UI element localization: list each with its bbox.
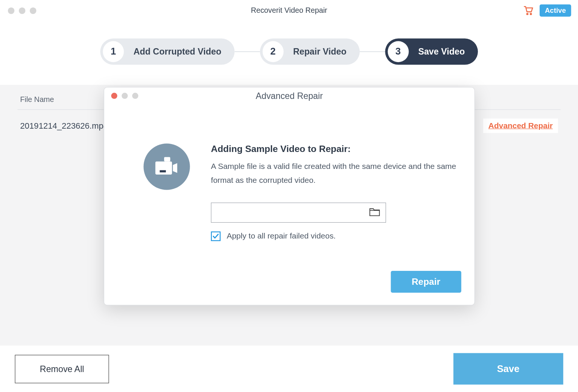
svg-rect-2: [155, 161, 172, 175]
modal-window-controls: [104, 93, 138, 99]
modal-title: Advanced Repair: [256, 91, 323, 101]
advanced-repair-modal: Advanced Repair Adding Sample Video to R…: [104, 87, 475, 305]
step-label: Repair Video: [293, 47, 347, 57]
minimize-modal-icon[interactable]: [122, 93, 128, 99]
repair-button[interactable]: Repair: [391, 271, 461, 293]
active-button[interactable]: Active: [540, 5, 571, 17]
apply-all-label: Apply to all repair failed videos.: [227, 232, 336, 241]
maximize-window-icon[interactable]: [30, 7, 36, 14]
step-connector: [360, 51, 385, 52]
stepper: 1 Add Corrupted Video 2 Repair Video 3 S…: [0, 21, 578, 82]
svg-point-1: [530, 14, 531, 15]
window-controls: [0, 7, 37, 14]
folder-icon[interactable]: [369, 207, 380, 218]
app-title: Recoverit Video Repair: [251, 6, 327, 15]
sample-file-input[interactable]: [211, 202, 386, 222]
step-number: 2: [262, 41, 283, 62]
step-label: Save Video: [418, 47, 465, 57]
step-label: Add Corrupted Video: [134, 47, 221, 57]
svg-rect-4: [160, 170, 166, 172]
modal-heading: Adding Sample Video to Repair:: [211, 143, 460, 154]
step-save-video[interactable]: 3 Save Video: [385, 38, 478, 65]
step-connector: [234, 51, 260, 52]
step-repair-video[interactable]: 2 Repair Video: [260, 38, 360, 65]
minimize-window-icon[interactable]: [19, 7, 25, 14]
bottom-bar: Remove All Save: [0, 346, 578, 392]
maximize-modal-icon[interactable]: [132, 93, 138, 99]
close-window-icon[interactable]: [8, 7, 14, 14]
modal-titlebar: Advanced Repair: [104, 88, 475, 104]
step-number: 1: [103, 41, 124, 62]
apply-all-checkbox[interactable]: [211, 231, 221, 241]
cart-icon[interactable]: [523, 5, 534, 16]
close-modal-icon[interactable]: [111, 93, 117, 99]
remove-all-button[interactable]: Remove All: [15, 355, 109, 383]
save-button[interactable]: Save: [453, 353, 563, 385]
step-number: 3: [388, 41, 409, 62]
advanced-repair-link[interactable]: Advanced Repair: [483, 119, 558, 133]
step-add-video[interactable]: 1 Add Corrupted Video: [100, 38, 234, 65]
file-name: 20191214_223626.mp4: [20, 121, 108, 131]
svg-point-0: [527, 14, 528, 15]
camera-icon: [143, 143, 190, 190]
titlebar: Recoverit Video Repair Active: [0, 0, 578, 21]
modal-description: A Sample file is a valid file created wi…: [211, 159, 460, 187]
svg-rect-3: [164, 157, 170, 162]
